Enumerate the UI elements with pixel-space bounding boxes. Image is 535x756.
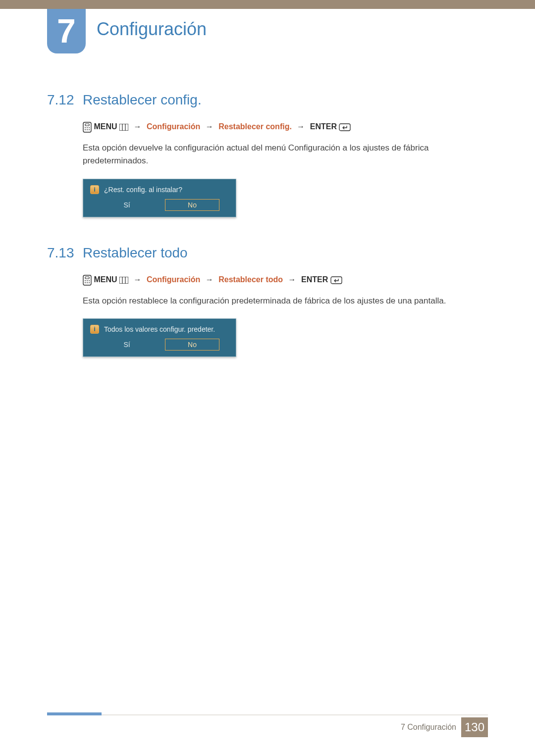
arrow-icon: → [206,122,214,131]
section-heading: 7.12Restablecer config. [47,92,488,108]
menu-navigation-path: MENU → Configuración → Restablecer todo … [83,275,488,286]
page-number: 130 [461,717,488,737]
menu-navigation-path: MENU → Configuración → Restablecer confi… [83,122,488,133]
svg-point-19 [89,282,90,283]
enter-icon [330,276,342,284]
top-band [0,0,535,9]
arrow-icon: → [206,275,214,284]
menu-grid-icon [119,124,128,131]
dialog-question: ¿Rest. config. al instalar? [104,186,182,194]
enter-label: ENTER [301,275,328,284]
svg-point-15 [87,280,88,281]
section-title: Restablecer config. [83,92,202,107]
section-7-13: 7.13Restablecer todo MENU → Configuració… [47,245,488,357]
svg-point-2 [85,127,86,128]
menu-label: MENU [94,122,117,131]
info-icon: i [90,325,99,334]
remote-icon [83,275,92,286]
chapter-number-tab: 7 [47,9,86,53]
section-number: 7.13 [47,245,83,261]
dialog-yes-button[interactable]: Sí [100,339,154,351]
svg-point-7 [89,129,90,130]
svg-point-17 [85,282,86,283]
dialog-buttons: Sí No [87,199,232,211]
section-7-12: 7.12Restablecer config. MENU → Configura… [47,92,488,217]
chapter-number: 7 [57,12,76,50]
footer-divider [47,714,488,715]
section-title: Restablecer todo [83,245,188,260]
remote-icon [83,122,92,133]
menu-grid-icon [119,277,128,284]
svg-point-4 [89,127,90,128]
svg-point-5 [85,129,86,130]
section-heading: 7.13Restablecer todo [47,245,488,261]
svg-rect-11 [339,124,350,131]
dialog-question: Todos los valores configur. predeter. [104,325,215,333]
nav-config: Configuración [147,122,200,131]
dialog-buttons: Sí No [87,339,232,351]
dialog-header: i ¿Rest. config. al instalar? [87,183,232,199]
dialog-yes-button[interactable]: Sí [100,199,154,211]
arrow-icon: → [288,275,296,284]
info-icon: i [90,185,99,194]
svg-rect-13 [85,277,89,279]
confirm-dialog: i Todos los valores configur. predeter. … [83,318,236,357]
nav-item: Restablecer todo [218,275,283,284]
nav-item: Restablecer config. [218,122,292,131]
enter-label: ENTER [310,122,337,131]
dialog-no-button[interactable]: No [165,339,219,351]
chapter-title: Configuración [97,19,207,40]
dialog-header: i Todos los valores configur. predeter. [87,323,232,339]
enter-icon [339,123,351,131]
dialog-no-button[interactable]: No [165,199,219,211]
footer-accent-bar [47,712,102,715]
footer-chapter-ref: 7 Configuración [401,723,456,732]
svg-point-6 [87,129,88,130]
nav-config: Configuración [147,275,200,284]
svg-rect-1 [85,124,89,126]
arrow-icon: → [133,122,141,131]
svg-point-16 [89,280,90,281]
confirm-dialog: i ¿Rest. config. al instalar? Sí No [83,179,236,217]
arrow-icon: → [297,122,305,131]
section-number: 7.12 [47,92,83,108]
svg-rect-8 [119,124,128,131]
page-footer: 7 Configuración 130 [47,717,488,737]
svg-point-3 [87,127,88,128]
arrow-icon: → [133,275,141,284]
section-description: Esta opción restablece la configuración … [83,295,488,307]
svg-point-14 [85,280,86,281]
svg-rect-23 [331,277,342,284]
svg-rect-20 [119,277,128,284]
menu-label: MENU [94,275,117,284]
svg-point-18 [87,282,88,283]
page-content: 7.12Restablecer config. MENU → Configura… [47,89,488,385]
section-description: Esta opción devuelve la configuración ac… [83,142,488,168]
